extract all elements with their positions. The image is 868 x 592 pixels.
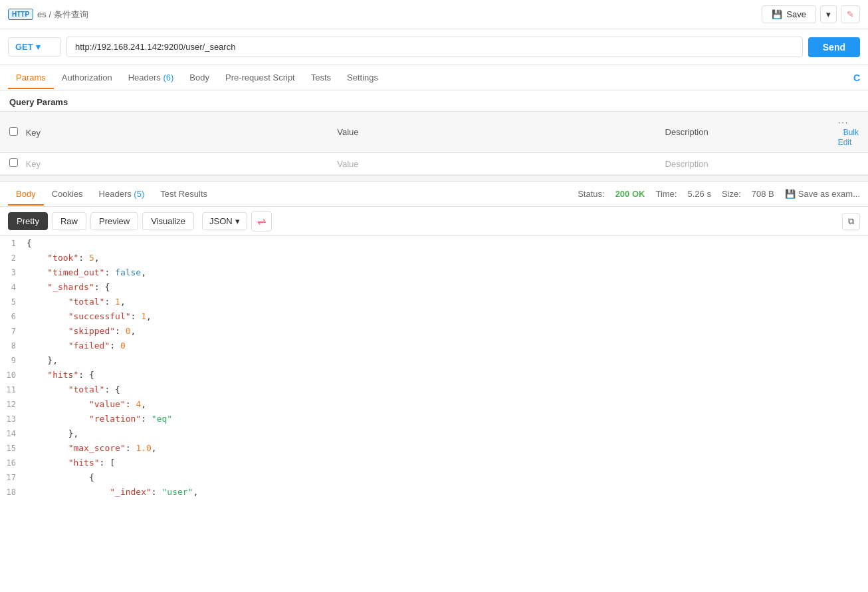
code-line: 15 "max_score": 1.0,	[0, 441, 868, 456]
line-number: 16	[0, 456, 27, 470]
top-bar: HTTP es / 条件查询 💾 Save ▾ ✎	[0, 0, 868, 29]
response-tabs: Body Cookies Headers (5) Test Results St…	[0, 182, 868, 207]
status-label: Status:	[578, 189, 604, 199]
code-line: 14 },	[0, 426, 868, 441]
size-value: 708 B	[752, 189, 774, 199]
code-line: 17 {	[0, 470, 868, 485]
row-checkbox[interactable]	[9, 158, 18, 167]
save-icon: 💾	[772, 9, 782, 19]
format-selector[interactable]: JSON ▾	[202, 212, 247, 230]
row-actions-cell	[829, 153, 868, 175]
line-number: 17	[0, 471, 27, 484]
value-cell: Value	[328, 153, 655, 175]
save-icon-2: 💾	[785, 189, 796, 199]
params-empty-row: Key Value Description	[0, 153, 868, 175]
params-table: Key Value Description ··· Bulk Edit Key …	[0, 111, 868, 175]
query-params-title: Query Params	[0, 90, 868, 111]
raw-button[interactable]: Raw	[52, 212, 86, 230]
line-content: "timed_out": false,	[27, 266, 868, 279]
size-label: Size:	[722, 189, 741, 199]
line-content: "_index": "user",	[27, 486, 868, 499]
line-number: 14	[0, 427, 27, 440]
line-content: "skipped": 0,	[27, 325, 868, 338]
col-header-key: Key	[0, 112, 328, 153]
col-header-description: Description	[656, 112, 829, 153]
line-content: "hits": {	[27, 369, 868, 382]
breadcrumb-area: HTTP es / 条件查询	[8, 9, 88, 21]
bulk-edit-button[interactable]: Bulk Edit	[838, 128, 859, 147]
code-line: 6 "successful": 1,	[0, 309, 868, 324]
line-content: },	[27, 427, 868, 440]
code-line: 11 "total": {	[0, 382, 868, 397]
line-content: },	[27, 354, 868, 367]
format-chevron-icon: ▾	[235, 216, 240, 226]
save-button[interactable]: 💾 Save	[762, 5, 816, 23]
save-as-button[interactable]: 💾 Save as exam...	[785, 189, 860, 199]
send-button[interactable]: Send	[808, 37, 860, 57]
code-line: 4 "_shards": {	[0, 280, 868, 295]
code-line: 10 "hits": {	[0, 368, 868, 382]
line-number: 10	[0, 369, 27, 382]
line-number: 11	[0, 383, 27, 396]
tab-settings[interactable]: Settings	[339, 67, 386, 89]
line-number: 1	[0, 237, 27, 250]
line-number: 15	[0, 442, 27, 455]
tab-authorization[interactable]: Authorization	[54, 67, 120, 89]
line-number: 18	[0, 486, 27, 499]
response-body-code: 1{2 "took": 5,3 "timed_out": false,4 "_s…	[0, 236, 868, 592]
url-bar: GET ▾ Send	[0, 29, 868, 65]
method-label: GET	[15, 42, 33, 52]
line-content: "relation": "eq"	[27, 412, 868, 426]
time-label: Time:	[655, 189, 677, 199]
response-status-bar: Status: 200 OK Time: 5.26 s Size: 708 B …	[578, 189, 860, 199]
edit-button[interactable]: ✎	[841, 5, 860, 23]
response-tab-cookies[interactable]: Cookies	[44, 184, 91, 206]
status-value: 200 OK	[615, 189, 645, 199]
code-line: 16 "hits": [	[0, 456, 868, 470]
line-number: 8	[0, 339, 27, 353]
pretty-button[interactable]: Pretty	[8, 212, 48, 230]
col-header-actions: ··· Bulk Edit	[829, 112, 868, 153]
line-content: {	[27, 471, 868, 484]
query-params-section: Query Params Key Value Description ··· B…	[0, 90, 868, 175]
visualize-button[interactable]: Visualize	[142, 212, 194, 230]
more-options-icon[interactable]: ···	[838, 117, 849, 127]
line-content: "failed": 0	[27, 339, 868, 353]
params-select-all[interactable]	[9, 127, 18, 136]
tab-body[interactable]: Body	[181, 67, 217, 89]
tab-tests[interactable]: Tests	[303, 67, 339, 89]
code-line: 9 },	[0, 353, 868, 368]
format-label: JSON	[209, 216, 233, 226]
col-header-value: Value	[328, 112, 655, 153]
tab-headers[interactable]: Headers (6)	[120, 67, 182, 89]
line-content: "_shards": {	[27, 281, 868, 294]
line-content: "total": {	[27, 383, 868, 396]
line-content: "successful": 1,	[27, 310, 868, 323]
copy-button[interactable]: ⧉	[842, 213, 860, 230]
time-value: 5.26 s	[687, 189, 710, 199]
line-number: 6	[0, 310, 27, 323]
line-number: 13	[0, 412, 27, 426]
http-badge: HTTP	[8, 9, 33, 20]
response-tab-body[interactable]: Body	[8, 184, 44, 206]
wrap-icon: ⇌	[257, 216, 266, 227]
code-line: 5 "total": 1,	[0, 295, 868, 309]
tab-params[interactable]: Params	[8, 67, 54, 89]
method-selector[interactable]: GET ▾	[8, 37, 61, 57]
code-line: 12 "value": 4,	[0, 397, 868, 412]
line-number: 7	[0, 325, 27, 338]
line-number: 12	[0, 398, 27, 411]
response-tab-headers[interactable]: Headers (5)	[91, 184, 153, 206]
request-tabs: Params Authorization Headers (6) Body Pr…	[0, 65, 868, 90]
code-line: 8 "failed": 0	[0, 339, 868, 353]
line-number: 4	[0, 281, 27, 294]
code-line: 7 "skipped": 0,	[0, 324, 868, 339]
preview-button[interactable]: Preview	[90, 212, 138, 230]
tab-pre-request[interactable]: Pre-request Script	[217, 67, 303, 89]
wrap-button[interactable]: ⇌	[251, 211, 272, 231]
url-input[interactable]	[66, 37, 803, 57]
save-dropdown-button[interactable]: ▾	[820, 5, 837, 23]
response-tab-test-results[interactable]: Test Results	[152, 184, 215, 206]
line-number: 5	[0, 295, 27, 309]
code-line: 2 "took": 5,	[0, 251, 868, 265]
